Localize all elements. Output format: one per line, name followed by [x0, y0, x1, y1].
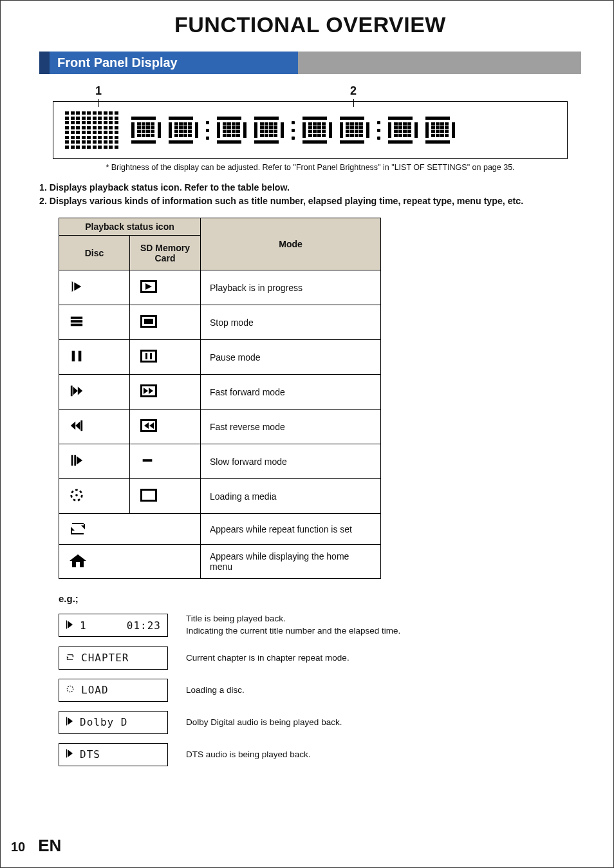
table-row: Pause mode [59, 340, 381, 375]
table-row: Appears while repeat function is set [59, 514, 381, 545]
svg-rect-1 [71, 320, 82, 323]
status-icon-table: Playback status icon Mode Disc SD Memory… [59, 218, 381, 579]
play-icon [66, 619, 73, 632]
page-language: EN [38, 836, 61, 856]
mode-text: Appears while repeat function is set [201, 514, 381, 545]
example-description: Current chapter is in chapter repeat mod… [186, 652, 349, 665]
mode-text: Playback is in progress [201, 270, 381, 305]
play-icon [66, 748, 73, 760]
svg-rect-5 [79, 351, 82, 362]
page-footer: 10 EN [11, 836, 61, 856]
lcd-text: CHAPTER [81, 652, 129, 664]
th-sd-memory-card: SD Memory Card [130, 236, 201, 270]
example-description: Title is being played back. Indicating t… [186, 613, 400, 637]
svg-rect-8 [71, 386, 73, 397]
table-row: Fast forward mode [59, 375, 381, 410]
example-row: CHAPTER Current chapter is in chapter re… [59, 646, 581, 670]
svg-rect-6 [145, 353, 147, 359]
ffwd-icon [68, 384, 85, 398]
loading-icon [66, 684, 75, 696]
status-dot-matrix [65, 111, 118, 149]
th-mode: Mode [201, 218, 381, 270]
example-description: Loading a disc. [186, 684, 245, 697]
svg-rect-12 [143, 459, 153, 462]
example-row: LOAD Loading a disc. [59, 679, 581, 702]
svg-point-14 [75, 494, 78, 496]
example-row: DTS DTS audio is being played back. [59, 743, 581, 766]
legend-list: 1. Displays playback status icon. Refer … [39, 181, 581, 207]
display-panel [53, 101, 568, 159]
lcd-title-number: 1 [80, 619, 87, 632]
legend-item-1: 1. Displays playback status icon. Refer … [39, 181, 581, 194]
seven-segment-row [131, 117, 455, 144]
loading-icon [68, 488, 85, 502]
table-row: Playback is in progress [59, 270, 381, 305]
lcd-display: Dolby D [59, 711, 168, 734]
repeat-icon [66, 652, 75, 664]
th-playback-status-icon: Playback status icon [59, 218, 201, 236]
mode-text: Fast forward mode [201, 375, 381, 410]
page-title: FUNCTIONAL OVERVIEW [39, 12, 581, 37]
front-panel-figure: 1 2 [39, 84, 581, 159]
marker-1: 1 [95, 84, 102, 107]
home-icon [68, 553, 88, 569]
sd-frev-icon [139, 418, 158, 433]
mode-text: Stop mode [201, 305, 381, 340]
mode-text: Pause mode [201, 340, 381, 375]
lcd-display: CHAPTER [59, 646, 168, 670]
svg-rect-2 [71, 324, 82, 326]
figure-markers: 1 2 [53, 84, 568, 101]
example-description: Dolby Digital audio is being played back… [186, 717, 342, 729]
svg-point-16 [67, 686, 73, 692]
svg-rect-10 [71, 455, 73, 466]
pause-icon [68, 349, 85, 363]
legend-item-2: 2. Displays various kinds of information… [39, 194, 581, 208]
sd-stop-icon [139, 314, 158, 329]
svg-rect-11 [74, 455, 76, 466]
svg-rect-15 [76, 562, 80, 567]
page-number: 10 [11, 840, 25, 854]
lcd-text: DTS [80, 748, 100, 760]
sd-pause-icon [139, 348, 158, 364]
marker-1-label: 1 [95, 84, 102, 97]
mode-text: Loading a media [201, 479, 381, 514]
stop-icon [68, 314, 85, 328]
sd-play-icon [139, 279, 158, 294]
table-row: Stop mode [59, 305, 381, 340]
example-row: 1 01:23 Title is being played back. Indi… [59, 613, 581, 637]
repeat-icon [68, 520, 88, 536]
mode-text: Appears while displaying the home menu [201, 545, 381, 579]
play-icon [68, 279, 85, 294]
lcd-text: LOAD [81, 684, 109, 696]
page-container: FUNCTIONAL OVERVIEW Front Panel Display … [0, 0, 614, 868]
table-row: Loading a media [59, 479, 381, 514]
play-icon [66, 716, 73, 728]
lcd-display: 1 01:23 [59, 614, 168, 637]
figure-footnote: * Brightness of the display can be adjus… [39, 163, 581, 172]
table-row: Fast reverse mode [59, 410, 381, 444]
slow-icon [68, 453, 85, 467]
svg-rect-9 [80, 420, 82, 431]
marker-2: 2 [350, 84, 357, 107]
sd-blank-icon [139, 487, 158, 503]
dash-icon [139, 453, 156, 467]
frev-icon [68, 419, 85, 433]
table-row: Appears while displaying the home menu [59, 545, 381, 579]
table-row: Slow forward mode [59, 444, 381, 479]
sd-ffwd-icon [139, 383, 158, 399]
svg-rect-3 [144, 319, 153, 324]
mode-text: Slow forward mode [201, 444, 381, 479]
example-label: e.g.; [59, 593, 581, 604]
example-description: DTS audio is being played back. [186, 749, 311, 761]
th-disc: Disc [59, 236, 130, 270]
lcd-text: Dolby D [80, 716, 127, 728]
lcd-display: DTS [59, 743, 168, 766]
svg-rect-0 [71, 317, 82, 319]
example-row: Dolby D Dolby Digital audio is being pla… [59, 711, 581, 734]
marker-2-label: 2 [350, 84, 357, 97]
lcd-display: LOAD [59, 679, 168, 702]
lcd-time: 01:23 [127, 619, 161, 632]
section-heading: Front Panel Display [39, 52, 581, 74]
svg-rect-7 [150, 353, 152, 359]
svg-rect-4 [72, 351, 75, 362]
